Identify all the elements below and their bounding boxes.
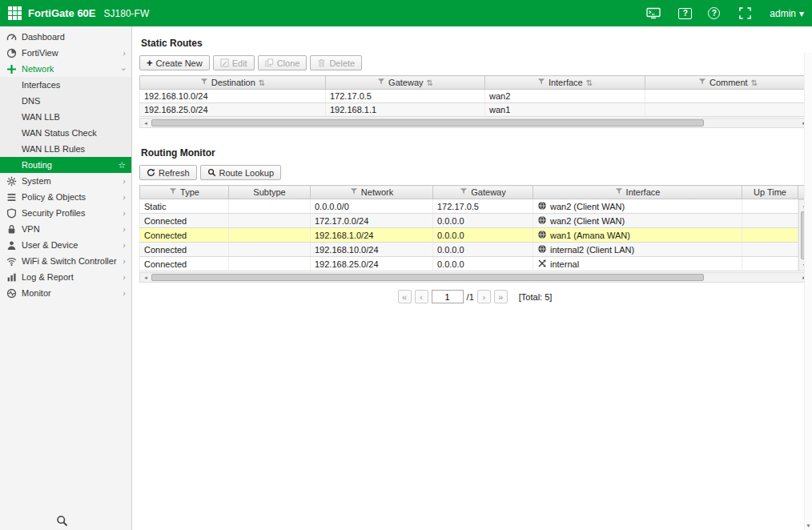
cell-interface: wan1 (Amana WAN) [533, 228, 742, 243]
route-lookup-button[interactable]: Route Lookup [200, 165, 282, 180]
create-new-button[interactable]: + Create New [139, 55, 210, 70]
user-menu[interactable]: admin ▾ [770, 8, 804, 19]
sort-icon[interactable]: ⇅ [427, 78, 433, 87]
edit-button[interactable]: Edit [213, 55, 255, 70]
scroll-down-icon[interactable]: ▼ [805, 523, 812, 528]
clone-button[interactable]: Clone [258, 55, 308, 70]
sidebar-item-wan-llb[interactable]: WAN LLB [0, 109, 131, 125]
cell-interface: wan2 (Client WAN) [533, 214, 742, 228]
route-row[interactable]: Connected 192.168.25.0/24 0.0.0.0 intern… [140, 257, 798, 271]
search-icon [207, 168, 216, 177]
sidebar-item-label: Security Profiles [22, 208, 85, 218]
network-icon [6, 64, 17, 74]
cell-comment [645, 103, 811, 117]
cell-subtype [229, 257, 311, 271]
sidebar-item-fortiview[interactable]: FortiView › [0, 45, 131, 61]
filter-icon[interactable] [169, 187, 177, 197]
prev-page-button[interactable]: ‹ [415, 290, 428, 303]
chevron-right-icon: › [123, 257, 126, 266]
refresh-button[interactable]: Refresh [139, 165, 197, 180]
cell-type: Connected [140, 228, 229, 243]
cell-uptime [742, 257, 798, 271]
scroll-left-icon[interactable]: ◂ [140, 273, 151, 282]
sidebar-item-network[interactable]: Network › [0, 61, 131, 77]
filter-icon[interactable] [377, 78, 385, 87]
sidebar-item-user-device[interactable]: User & Device › [0, 237, 131, 253]
column-subtype[interactable]: Subtype [229, 186, 311, 199]
column-gateway[interactable]: Gateway ⇅ [326, 76, 485, 90]
sort-icon[interactable]: ⇅ [751, 78, 758, 87]
static-route-row[interactable]: 192.168.10.0/24 172.17.0.5 wan2 [140, 90, 811, 103]
column-gateway[interactable]: Gateway [433, 186, 533, 199]
first-page-button[interactable]: « [398, 290, 412, 303]
globe-icon [537, 201, 547, 212]
sort-icon[interactable]: ⇅ [259, 78, 265, 87]
column-comment[interactable]: Comment ⇅ [645, 76, 811, 90]
filter-icon[interactable] [200, 78, 208, 87]
contextual-help-icon[interactable]: ? [678, 8, 692, 19]
star-icon[interactable]: ☆ [118, 160, 126, 171]
route-row[interactable]: Connected 192.168.10.0/24 0.0.0.0 intern… [140, 243, 798, 257]
static-routes-horizontal-scrollbar[interactable]: ◂ ▸ [139, 118, 810, 128]
sidebar: Dashboard FortiView › Network › Interfac… [0, 26, 132, 530]
sidebar-item-log-report[interactable]: Log & Report › [0, 269, 131, 285]
route-row-selected[interactable]: Connected 192.168.1.0/24 0.0.0.0 wan1 (A… [140, 228, 798, 243]
user-icon [6, 240, 17, 251]
edit-icon [220, 58, 229, 67]
chevron-right-icon: › [123, 193, 126, 202]
column-destination[interactable]: Destination ⇅ [140, 76, 326, 90]
sidebar-item-interfaces[interactable]: Interfaces [0, 77, 131, 93]
filter-icon[interactable] [698, 78, 706, 87]
chevron-right-icon: › [123, 49, 126, 58]
cell-subtype [229, 243, 311, 257]
sidebar-item-dashboard[interactable]: Dashboard [0, 29, 131, 45]
filter-icon[interactable] [350, 187, 358, 197]
sidebar-item-monitor[interactable]: Monitor › [0, 285, 131, 301]
filter-icon[interactable] [537, 78, 545, 87]
scroll-left-icon[interactable]: ◂ [140, 118, 151, 127]
column-type[interactable]: Type [140, 186, 229, 199]
cell-type: Static [140, 199, 229, 214]
filter-icon[interactable] [460, 187, 468, 197]
route-row[interactable]: Static 0.0.0.0/0 172.17.0.5 wan2 (Client… [140, 199, 798, 214]
filter-icon[interactable] [615, 187, 623, 197]
static-route-row[interactable]: 192.168.25.0/24 192.168.1.1 wan1 [140, 103, 811, 117]
column-network[interactable]: Network [311, 186, 433, 199]
sidebar-item-security-profiles[interactable]: Security Profiles › [0, 205, 131, 221]
online-help-icon[interactable]: ? [708, 7, 720, 19]
sidebar-item-label: FortiView [22, 48, 58, 58]
fullscreen-icon[interactable] [736, 6, 754, 21]
sidebar-item-wan-status-check[interactable]: WAN Status Check [0, 125, 131, 141]
cell-gateway: 0.0.0.0 [433, 214, 533, 228]
sidebar-item-system[interactable]: System › [0, 173, 131, 189]
cell-subtype [229, 199, 311, 214]
sort-icon[interactable]: ⇅ [586, 78, 593, 87]
sidebar-item-dns[interactable]: DNS [0, 93, 131, 109]
route-row[interactable]: Connected 172.17.0.0/24 0.0.0.0 wan2 (Cl… [140, 214, 798, 228]
routing-monitor-horizontal-scrollbar[interactable]: ◂ ▸ [139, 272, 810, 283]
sidebar-item-vpn[interactable]: VPN › [0, 221, 131, 237]
cell-destination: 192.168.25.0/24 [140, 103, 326, 117]
cell-comment [645, 90, 811, 103]
cli-console-icon[interactable] [645, 6, 662, 21]
page-vertical-scrollbar[interactable]: ▼ [804, 53, 812, 530]
fortinet-logo-icon [8, 6, 22, 20]
column-interface[interactable]: Interface ⇅ [485, 76, 645, 90]
refresh-icon [147, 168, 155, 177]
body: Dashboard FortiView › Network › Interfac… [0, 26, 812, 530]
column-uptime[interactable]: Up Time [742, 186, 798, 199]
column-interface[interactable]: Interface [533, 186, 742, 199]
menu-search-icon[interactable] [56, 515, 69, 528]
delete-button[interactable]: Delete [310, 55, 362, 70]
next-page-button[interactable]: › [477, 290, 491, 303]
sidebar-item-policy-objects[interactable]: Policy & Objects › [0, 189, 131, 205]
sidebar-item-wan-llb-rules[interactable]: WAN LLB Rules [0, 141, 131, 157]
sidebar-item-wifi-switch[interactable]: WiFi & Switch Controller › [0, 253, 131, 269]
pagination: « ‹ /1 › » [Total: 5] [398, 290, 553, 303]
scrollbar-thumb[interactable] [151, 119, 704, 126]
sidebar-item-routing[interactable]: Routing ☆ [0, 157, 131, 173]
page-input[interactable] [432, 290, 464, 303]
last-page-button[interactable]: » [494, 290, 508, 303]
static-routes-table: Destination ⇅ Gateway ⇅ Interface ⇅ [139, 75, 811, 117]
scrollbar-thumb[interactable] [151, 274, 704, 281]
